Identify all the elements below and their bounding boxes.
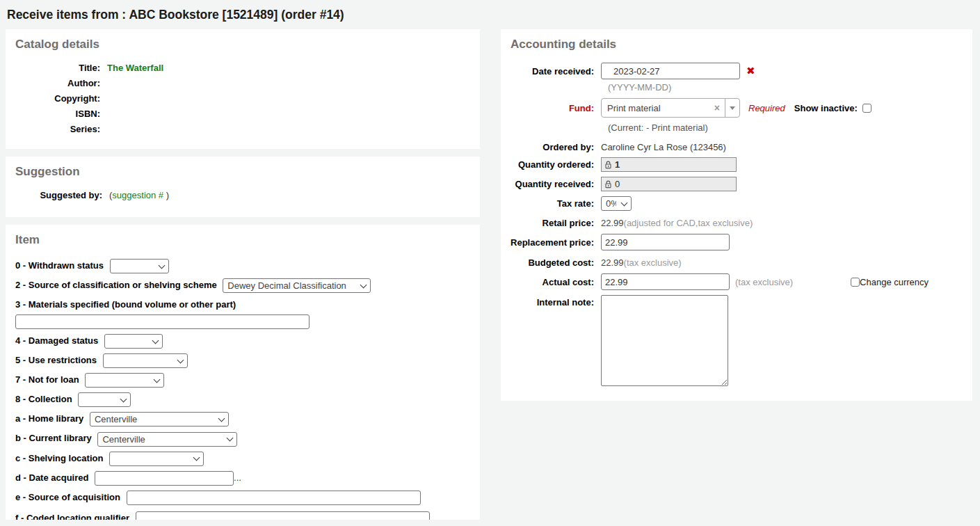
tax-rate-label: Tax rate: [511,198,601,209]
collection-select[interactable] [78,392,131,407]
item-row-materials: 3 - Materials specified (bound volume or… [15,297,470,329]
retail-price-value: 22.99 [601,218,624,228]
withdrawn-status-label: 0 - Withdrawn status [15,260,104,271]
catalog-details-panel: Catalog details Title: The Waterfall Aut… [6,29,480,149]
item-row-home-library: a - Home library Centerville [15,411,470,427]
item-row-coded-location: f - Coded location qualifier [15,511,470,520]
show-inactive-label: Show inactive: [794,103,858,113]
chevron-down-icon [158,262,165,269]
right-column: Accounting details Date received: ✖ (YYY… [501,29,972,408]
fund-dropdown-arrow[interactable] [725,99,739,117]
chevron-down-icon [227,435,234,442]
internal-note-textarea[interactable] [601,295,728,386]
catalog-row-isbn: ISBN: [15,109,470,119]
date-acquired-input[interactable] [95,471,234,486]
materials-specified-input[interactable] [15,314,310,329]
quantity-ordered-label: Quantity ordered: [511,159,601,170]
actual-cost-note: (tax exclusive) [735,277,793,287]
budgeted-cost-value: 22.99 [601,257,624,268]
page-title: Receive items from : ABC Bookstore [1521… [0,0,980,29]
chevron-down-icon [218,415,225,422]
suggestion-panel: Suggestion Suggested by: (suggestion # ) [6,157,480,217]
not-for-loan-select[interactable] [85,373,164,388]
item-row-collection: 8 - Collection [15,392,470,407]
current-library-select[interactable]: Centerville [97,432,237,447]
catalog-details-heading: Catalog details [15,38,470,51]
catalog-row-author: Author: [15,78,470,88]
internal-note-row: Internal note: [511,295,963,386]
chevron-down-icon [177,356,184,363]
damaged-status-select[interactable] [104,334,163,349]
tax-rate-select[interactable]: 0% [601,196,632,211]
retail-price-label: Retail price: [511,218,601,228]
item-row-classification: 2 - Source of classification or shelving… [15,278,470,293]
main-columns: Catalog details Title: The Waterfall Aut… [0,29,980,526]
item-row-shelving-location: c - Shelving location [15,451,470,466]
home-library-select[interactable]: Centerville [90,412,229,427]
copyright-label: Copyright: [15,93,107,104]
chevron-down-icon [621,199,628,206]
fund-select[interactable]: Print material × [601,98,740,118]
left-column: Catalog details Title: The Waterfall Aut… [6,29,480,526]
catalog-row-title: Title: The Waterfall [15,63,470,73]
author-label: Author: [15,78,107,88]
fund-row: Fund: Print material × Required Show ina… [511,98,963,118]
suggested-by-label: Suggested by: [15,190,109,200]
lock-icon [605,161,611,169]
home-library-label: a - Home library [15,413,83,424]
actual-cost-row: Actual cost: (tax exclusive) Change curr… [511,273,963,290]
actual-cost-input[interactable] [601,273,730,290]
series-label: Series: [15,124,107,134]
catalog-row-series: Series: [15,124,470,134]
chevron-down-icon [152,337,159,344]
required-text: Required [748,103,785,113]
item-row-withdrawn: 0 - Withdrawn status [15,258,470,273]
use-restrictions-select[interactable] [103,353,188,368]
withdrawn-status-select[interactable] [110,259,169,273]
change-currency-label: Change currency [860,277,929,287]
fund-clear-icon[interactable]: × [709,102,725,113]
budgeted-cost-row: Budgeted cost: 22.99(tax exclusive) [511,255,963,269]
budgeted-cost-note: (tax exclusive) [624,257,682,268]
show-inactive-checkbox[interactable] [862,104,871,113]
source-of-acquisition-input[interactable] [127,491,421,505]
quantity-received-label: Quantity received: [511,179,601,189]
suggestion-link[interactable]: suggestion # [112,190,163,200]
suggestion-number: (suggestion # ) [109,190,169,200]
use-restrictions-label: 5 - Use restrictions [15,355,97,365]
not-for-loan-label: 7 - Not for loan [15,374,79,385]
item-heading: Item [15,233,470,247]
item-row-source-acquisition: e - Source of acquisition [15,490,470,505]
shelving-location-select[interactable] [109,452,204,466]
item-panel: Item 0 - Withdrawn status 2 - Source of … [6,225,480,520]
suggestion-heading: Suggestion [15,165,470,179]
shelving-location-label: c - Shelving location [15,453,103,463]
quantity-received-row: Quantity received: 0 [511,177,963,191]
replacement-price-row: Replacement price: [511,234,963,250]
damaged-status-label: 4 - Damaged status [15,335,98,346]
fund-label: Fund: [511,103,601,113]
current-library-label: b - Current library [15,433,92,443]
clear-date-icon[interactable]: ✖ [746,65,755,77]
item-row-damaged: 4 - Damaged status [15,333,470,349]
coded-location-qualifier-input[interactable] [136,511,430,520]
date-received-row: Date received: ✖ [511,63,963,79]
classification-source-select[interactable]: Dewey Decimal Classification [223,278,371,293]
date-acquired-ellipsis: ... [234,472,241,483]
date-received-input[interactable] [601,63,740,79]
ordered-by-label: Ordered by: [511,142,601,152]
actual-cost-label: Actual cost: [511,277,601,287]
ordered-by-value: Caroline Cyr La Rose (123456) [601,142,726,152]
item-row-use-restrictions: 5 - Use restrictions [15,353,470,368]
internal-note-label: Internal note: [511,295,601,308]
item-row-not-for-loan: 7 - Not for loan [15,372,470,388]
lock-icon [605,180,611,189]
change-currency-checkbox[interactable] [851,278,860,287]
suggested-by-row: Suggested by: (suggestion # ) [15,190,470,200]
chevron-down-icon [193,454,200,461]
tax-rate-row: Tax rate: 0% [511,196,963,211]
title-link[interactable]: The Waterfall [107,63,163,73]
replacement-price-input[interactable] [601,234,730,250]
date-format-hint: (YYYY-MM-DD) [608,82,963,93]
retail-price-note: (adjusted for CAD,tax exclusive) [624,218,753,228]
